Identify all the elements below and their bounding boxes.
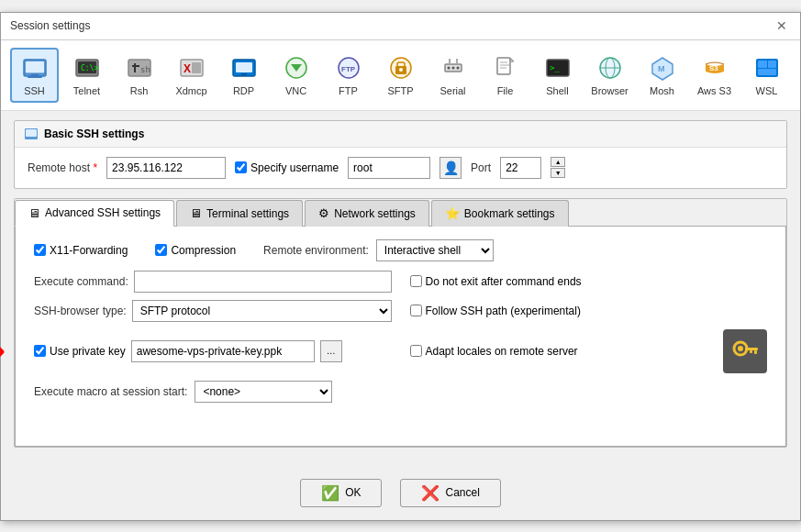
basic-ssh-row: Remote host * Specify username 👤 Port ▲ …	[28, 157, 773, 179]
specify-username-label[interactable]: Specify username	[235, 161, 339, 174]
compression-checkbox[interactable]	[155, 244, 167, 256]
svg-rect-3	[31, 74, 39, 76]
serial-label: Serial	[439, 85, 465, 96]
sftp-label: SFTP	[387, 85, 413, 96]
remote-host-input[interactable]	[106, 157, 226, 179]
footer-buttons: ✅ OK ❌ Cancel	[1, 466, 800, 520]
mosh-icon: M	[648, 53, 677, 83]
toolbar-item-ftp[interactable]: FTP FTP	[324, 48, 373, 103]
ssh-browser-label: SSH-browser type:	[34, 305, 127, 317]
arrow-indicator: ➜	[0, 337, 5, 367]
toolbar-item-rsh[interactable]: sh Rsh	[115, 48, 163, 103]
serial-icon	[439, 53, 468, 83]
port-input[interactable]	[500, 157, 541, 179]
rdp-icon	[229, 53, 259, 83]
toolbar-item-serial[interactable]: Serial	[428, 48, 477, 103]
follow-ssh-path-label[interactable]: Follow SSH path (experimental)	[410, 305, 581, 317]
tab-network[interactable]: ⚙ Network settings	[305, 200, 429, 227]
toolbar-item-xdmcp[interactable]: X Xdmcp	[167, 48, 216, 103]
toolbar-item-aws-s3[interactable]: S3 Aws S3	[690, 48, 739, 103]
title-bar: Session settings ✕	[1, 13, 800, 40]
svg-rect-47	[758, 69, 776, 75]
do-not-exit-label[interactable]: Do not exit after command ends	[410, 275, 582, 288]
svg-marker-32	[510, 58, 514, 61]
private-key-browse-button[interactable]: …	[320, 340, 342, 362]
network-tab-icon: ⚙	[318, 206, 329, 220]
private-key-input[interactable]	[131, 340, 315, 362]
use-private-key-label[interactable]: Use private key	[34, 345, 126, 358]
xdmcp-label: Xdmcp	[175, 85, 206, 96]
ssh-browser-select[interactable]: SFTP protocol SCP protocol	[132, 300, 392, 322]
compression-label[interactable]: Compression	[155, 244, 236, 257]
x11-forwarding-label[interactable]: X11-Forwarding	[34, 244, 128, 257]
use-private-key-checkbox[interactable]	[34, 345, 46, 357]
port-decrement[interactable]: ▼	[551, 168, 565, 178]
execute-command-input[interactable]	[134, 271, 392, 293]
svg-text:sh: sh	[140, 65, 150, 74]
ftp-label: FTP	[339, 85, 358, 96]
remote-env-label: Remote environment:	[263, 244, 369, 257]
basic-ssh-body: Remote host * Specify username 👤 Port ▲ …	[15, 148, 786, 188]
follow-ssh-path-checkbox[interactable]	[410, 305, 422, 316]
ssh-label: SSH	[24, 85, 45, 96]
toolbar-item-browser[interactable]: Browser	[585, 48, 634, 103]
file-label: File	[497, 85, 514, 96]
ok-button[interactable]: ✅ OK	[300, 479, 382, 507]
execute-command-label: Execute command:	[34, 275, 128, 288]
telnet-icon: C:\>	[72, 53, 102, 83]
svg-text:FTP: FTP	[341, 65, 356, 73]
tab-bookmark[interactable]: ⭐ Bookmark settings	[431, 200, 569, 227]
tab-advanced-ssh[interactable]: 🖥 Advanced SSH settings	[15, 200, 174, 227]
svg-rect-52	[745, 348, 758, 350]
svg-text:X: X	[184, 62, 191, 75]
mosh-label: Mosh	[650, 85, 674, 96]
basic-ssh-section: Basic SSH settings Remote host * Specify…	[14, 120, 787, 189]
username-input[interactable]	[348, 157, 430, 179]
shell-label: Shell	[546, 85, 568, 96]
tab-terminal[interactable]: 🖥 Terminal settings	[176, 200, 303, 227]
do-not-exit-checkbox[interactable]	[410, 275, 422, 287]
sftp-icon	[386, 53, 416, 83]
toolbar-item-vnc[interactable]: VNC	[272, 48, 320, 103]
cancel-button[interactable]: ❌ Cancel	[400, 479, 500, 507]
shell-icon: >_	[543, 53, 573, 83]
x11-forwarding-checkbox[interactable]	[34, 244, 46, 256]
remote-host-label: Remote host *	[28, 161, 97, 174]
toolbar-item-shell[interactable]: >_ Shell	[533, 48, 582, 103]
bookmark-tab-icon: ⭐	[445, 206, 460, 220]
close-button[interactable]: ✕	[773, 17, 791, 35]
execute-macro-label: Execute macro at session start:	[34, 385, 187, 398]
port-increment[interactable]: ▲	[551, 157, 565, 167]
advanced-tab-content: X11-Forwarding Compression Remote enviro…	[15, 227, 786, 447]
wsl-icon	[752, 53, 782, 83]
svg-rect-54	[750, 350, 752, 353]
wsl-label: WSL	[756, 85, 778, 96]
toolbar-item-wsl[interactable]: WSL	[742, 48, 791, 103]
toolbar-item-file[interactable]: File	[481, 48, 529, 103]
rdp-label: RDP	[233, 85, 254, 96]
key-icon	[729, 336, 761, 367]
execute-macro-select[interactable]: <none>	[195, 381, 332, 403]
adapt-locales-label[interactable]: Adapt locales on remote server	[410, 345, 578, 358]
key-icon-box	[723, 329, 767, 373]
aws-s3-label: Aws S3	[697, 85, 731, 96]
user-icon-button[interactable]: 👤	[439, 157, 462, 179]
toolbar-item-sftp[interactable]: SFTP	[376, 48, 425, 103]
toolbar-item-rdp[interactable]: RDP	[219, 48, 268, 103]
browser-icon	[595, 53, 625, 83]
svg-rect-45	[758, 61, 767, 68]
toolbar-item-telnet[interactable]: C:\> Telnet	[62, 48, 111, 103]
svg-text:M: M	[658, 64, 665, 73]
toolbar-item-mosh[interactable]: M Mosh	[638, 48, 686, 103]
file-icon	[491, 53, 520, 83]
specify-username-checkbox[interactable]	[235, 161, 247, 173]
basic-ssh-icon	[24, 127, 39, 141]
svg-rect-46	[768, 61, 776, 68]
remote-env-select[interactable]: Interactive shell Custom command None	[376, 239, 494, 261]
port-label: Port	[471, 161, 491, 174]
adapt-locales-checkbox[interactable]	[410, 345, 422, 357]
svg-rect-17	[241, 73, 247, 75]
svg-rect-53	[754, 350, 757, 354]
toolbar-item-ssh[interactable]: SSH	[10, 48, 59, 103]
telnet-label: Telnet	[73, 85, 100, 96]
